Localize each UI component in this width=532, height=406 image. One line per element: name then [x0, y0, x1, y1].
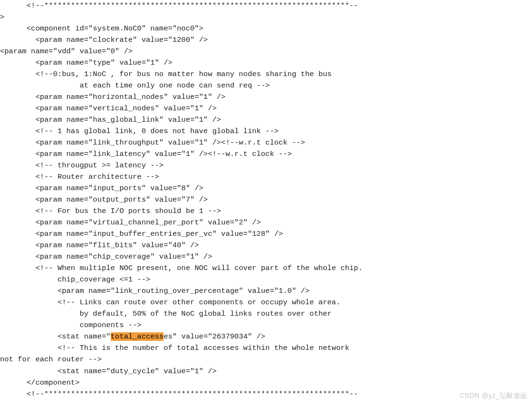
code-line: <!-- Links can route over other componen…: [0, 298, 340, 307]
search-highlight: total_access: [111, 332, 164, 341]
code-line: not for each router -->: [0, 355, 102, 364]
code-line: <param name="output_ports" value="7" />: [0, 195, 208, 204]
code-line: <!-- This is the number of total accesse…: [0, 344, 349, 352]
code-line: <param name="vdd" value="0" />: [0, 47, 133, 56]
code-line: <!-- 1 has global link, 0 does not have …: [0, 127, 279, 135]
code-line: <param name="input_ports" value="8" />: [0, 184, 203, 193]
code-line: <component id="system.NoC0" name="noc0">: [0, 24, 203, 33]
code-line: <!--0:bus, 1:NoC , for bus no matter how…: [0, 70, 332, 78]
code-line: <param name="link_throughput" value="1" …: [0, 138, 305, 147]
code-line: <!--************************************…: [0, 390, 358, 398]
code-block: <!--************************************…: [0, 0, 532, 400]
code-line: <stat name="total_accesses" value="26379…: [0, 332, 265, 341]
code-line: <!-- througput >= latency -->: [0, 161, 164, 170]
code-line: components -->: [0, 321, 142, 329]
code-line: <stat name="duty_cycle" value="1" />: [0, 367, 217, 376]
watermark: CSDN @yz_弘毅道远: [460, 391, 527, 401]
code-line: <param name="link_routing_over_percentag…: [0, 287, 310, 295]
code-line: chip_coverage <=1 -->: [0, 275, 150, 284]
code-line: <!--************************************…: [0, 1, 358, 10]
code-line: <param name="link_latency" value="1" /><…: [0, 150, 292, 158]
code-line: <param name="type" value="1" />: [0, 58, 173, 67]
code-line: >: [0, 13, 4, 21]
code-line: <param name="vertical_nodes" value="1" /…: [0, 104, 217, 113]
code-line: by default, 50% of the NoC global links …: [0, 309, 332, 318]
code-fragment: <stat name=": [0, 332, 111, 341]
code-line: <param name="input_buffer_entries_per_vc…: [0, 230, 283, 238]
code-line: <param name="clockrate" value="1200" />: [0, 36, 208, 44]
code-line: </component>: [0, 378, 79, 387]
code-line: <!-- When multiple NOC present, one NOC …: [0, 264, 363, 272]
code-line: <param name="virtual_channel_per_port" v…: [0, 218, 261, 227]
code-line: <!-- Router architecture -->: [0, 173, 159, 181]
code-fragment: es" value="26379034" />: [164, 332, 265, 341]
code-line: <param name="chip_coverage" value="1" />: [0, 252, 212, 261]
code-line: <param name="flit_bits" value="40" />: [0, 241, 199, 250]
code-line: at each time only one node can send req …: [0, 81, 270, 90]
code-line: <!-- For bus the I/O ports should be 1 -…: [0, 207, 221, 215]
code-line: <param name="horizontal_nodes" value="1"…: [0, 93, 225, 101]
code-line: <param name="has_global_link" value="1" …: [0, 116, 221, 124]
